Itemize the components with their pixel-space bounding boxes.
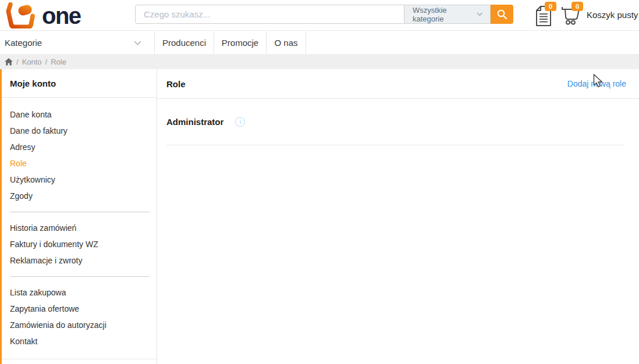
search-bar: Wszystkie kategorie (135, 5, 513, 24)
main-header: Role Dodaj nową role (158, 69, 639, 99)
orders-count-badge: 0 (545, 2, 556, 11)
nav-kategorie[interactable]: Kategorie (0, 31, 155, 54)
nav-item-producenci[interactable]: Producenci (155, 31, 214, 54)
add-role-link[interactable]: Dodaj nową role (567, 79, 626, 88)
breadcrumb-separator: / (45, 58, 48, 66)
main-nav: Kategorie Producenci Promocje O nas (0, 31, 639, 54)
breadcrumb-role[interactable]: Role (51, 58, 66, 66)
category-select[interactable]: Wszystkie kategorie (404, 5, 491, 24)
search-icon (496, 9, 508, 20)
chevron-down-icon (134, 41, 141, 45)
sidebar-divider (10, 212, 150, 212)
main-content: Role Dodaj nową role Administrator i (158, 69, 639, 364)
sidebar-item-kontakt[interactable]: Kontakt (2, 333, 157, 349)
nav-item-label: Producenci (162, 38, 206, 48)
page: one Wszystkie kategorie (0, 0, 639, 364)
nav-item-label: O nas (274, 38, 297, 48)
sidebar-item-dane-do-faktury[interactable]: Dane do faktury (2, 123, 157, 139)
sidebar-item-zgody[interactable]: Zgody (2, 188, 157, 204)
cart-empty-label[interactable]: Koszyk pusty (587, 10, 638, 20)
nav-item-promocje[interactable]: Promocje (214, 31, 267, 54)
sidebar-item-zapytania-ofertowe[interactable]: Zapytania ofertowe (2, 301, 157, 317)
top-header: one Wszystkie kategorie (0, 0, 639, 31)
role-row: Administrator i (166, 99, 624, 145)
home-icon[interactable] (5, 58, 13, 66)
sidebar-item-historia-zamowien[interactable]: Historia zamówień (2, 220, 157, 236)
account-sidebar: Moje konto Dane konta Dane do faktury Ad… (0, 69, 157, 364)
nav-item-label: Promocje (222, 38, 258, 48)
breadcrumb: / Konto / Role (0, 54, 639, 69)
sidebar-item-role[interactable]: Role (2, 155, 157, 172)
sidebar-item-uzytkownicy[interactable]: Użytkownicy (2, 172, 157, 188)
cart-count-badge: 0 (571, 2, 583, 11)
logo-wordmark: one (42, 3, 81, 28)
basket-logo-icon (5, 2, 36, 28)
sidebar-item-reklamacje[interactable]: Reklamacje i zwroty (2, 252, 157, 269)
nav-item-o-nas[interactable]: O nas (267, 31, 306, 54)
nav-kategorie-label: Kategorie (5, 38, 42, 48)
sidebar-title: Moje konto (2, 69, 157, 98)
breadcrumb-separator: / (16, 58, 19, 66)
sidebar-item-lista-zakupowa[interactable]: Lista zakupowa (2, 284, 157, 301)
search-button[interactable] (491, 5, 513, 24)
role-name: Administrator (166, 117, 223, 127)
category-select-value: Wszystkie kategorie (413, 6, 477, 23)
sidebar-menu: Dane konta Dane do faktury Adresy Role U… (2, 98, 157, 349)
sidebar-item-faktury-wz[interactable]: Faktury i dokumenty WZ (2, 236, 157, 252)
sidebar-item-dane-konta[interactable]: Dane konta (2, 106, 157, 123)
sidebar-item-zamowienia-autoryzacja[interactable]: Zamówienia do autoryzacji (2, 317, 157, 333)
store-logo[interactable]: one (5, 2, 81, 28)
info-icon[interactable]: i (235, 117, 245, 127)
chevron-down-icon (477, 12, 483, 16)
breadcrumb-konto[interactable]: Konto (22, 58, 42, 66)
sidebar-item-adresy[interactable]: Adresy (2, 139, 157, 155)
sidebar-bottom-divider (2, 359, 157, 359)
page-title: Role (166, 79, 186, 89)
search-input[interactable] (135, 5, 404, 24)
sidebar-divider (10, 276, 150, 277)
